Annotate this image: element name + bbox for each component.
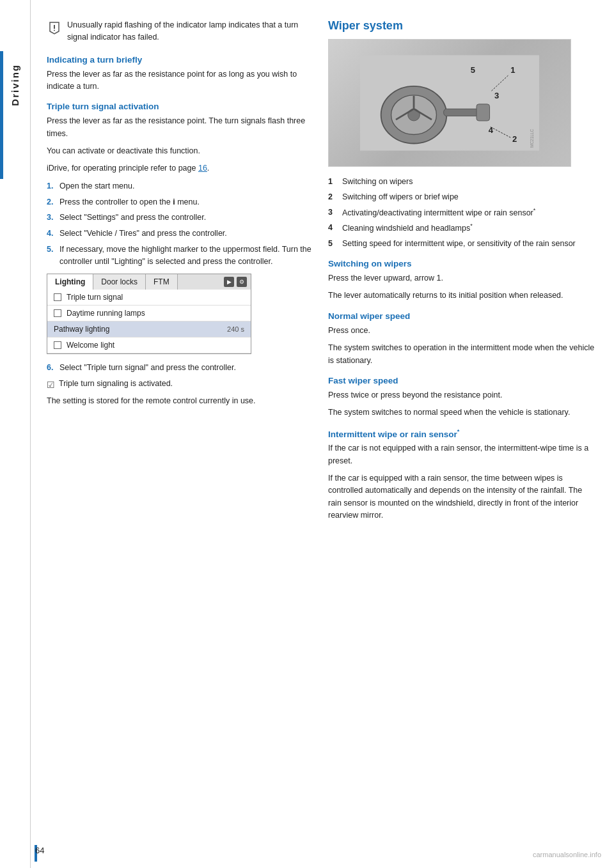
step-4: 4.Select "Vehicle / Tires" and press the… xyxy=(47,228,315,240)
footer-text: The setting is stored for the remote con… xyxy=(47,395,315,407)
sidebar: Driving xyxy=(0,0,31,868)
triple-signal-body3: iDrive, for operating principle refer to… xyxy=(47,162,315,174)
wiper-item-4: 4 Cleaning windshield and headlamps* xyxy=(328,222,597,235)
wiper-items-list: 1 Switching on wipers 2 Switching off wi… xyxy=(328,176,597,250)
svg-point-2 xyxy=(54,30,55,31)
note-text: Unusually rapid flashing of the indicato… xyxy=(67,19,315,43)
wiper-item-1-text: Switching on wipers xyxy=(342,176,413,188)
settings-row-triple: Triple turn signal xyxy=(47,290,251,306)
triple-signal-heading: Triple turn signal activation xyxy=(47,102,315,111)
wiper-diagram-svg: 1 2 3 4 5 MC21LLC xyxy=(360,52,539,154)
note-box: Unusually rapid flashing of the indicato… xyxy=(47,19,315,43)
tab-icon-gear: ⚙ xyxy=(237,277,247,287)
wiper-system-heading: Wiper system xyxy=(328,19,597,33)
sidebar-driving-label: Driving xyxy=(10,64,20,106)
wiper-item-4-text: Cleaning windshield and headlamps* xyxy=(342,222,473,235)
wiper-item-2-text: Switching off wipers or brief wipe xyxy=(342,191,459,203)
page-container: Driving Unusually rapid flashing of the … xyxy=(0,0,614,868)
tab-ftm: FTM xyxy=(146,274,178,290)
tab-lighting: Lighting xyxy=(47,274,93,290)
checkbox-triple xyxy=(54,293,61,301)
svg-text:3: 3 xyxy=(494,91,499,100)
step-5: 5.If necessary, move the highlight marke… xyxy=(47,244,315,268)
watermark: carmanualsonline.info xyxy=(533,851,601,858)
left-column: Unusually rapid flashing of the indicato… xyxy=(47,19,315,849)
indicating-turn-heading: Indicating a turn briefly xyxy=(47,55,315,65)
svg-text:1: 1 xyxy=(510,65,515,75)
tab-icon-play: ▶ xyxy=(224,277,234,287)
checkmark-icon: ☑ xyxy=(47,380,55,390)
wiper-image: 1 2 3 4 5 MC21LLC xyxy=(328,39,571,167)
wiper-item-2: 2 Switching off wipers or brief wipe xyxy=(328,191,597,203)
checkbox-daytime xyxy=(54,309,61,317)
wiper-item-1: 1 Switching on wipers xyxy=(328,176,597,188)
fast-speed-body2: The system switches to normal speed when… xyxy=(328,407,597,419)
note-icon xyxy=(47,20,62,36)
step-1: 1.Open the start menu. xyxy=(47,180,315,192)
svg-text:5: 5 xyxy=(471,65,475,75)
svg-text:2: 2 xyxy=(512,134,517,144)
label-pathway: Pathway lighting xyxy=(54,325,227,334)
checkmark-text: Triple turn signaling is activated. xyxy=(59,379,173,388)
checkbox-welcome xyxy=(54,341,61,349)
switching-on-body1: Press the lever upward, arrow 1. xyxy=(328,272,597,284)
wiper-image-inner: 1 2 3 4 5 MC21LLC xyxy=(329,40,571,166)
normal-speed-body1: Press once. xyxy=(328,325,597,337)
step-6: 6. Select "Triple turn signal" and press… xyxy=(47,362,315,374)
right-column: Wiper system xyxy=(328,19,597,849)
wiper-item-3: 3 Activating/deactivating intermittent w… xyxy=(328,206,597,219)
checkmark-line: ☑ Triple turn signaling is activated. xyxy=(47,379,315,390)
page-number: 64 xyxy=(35,846,44,855)
settings-row-welcome: Welcome light xyxy=(47,337,251,353)
settings-row-pathway: Pathway lighting 240 s xyxy=(47,322,251,337)
label-daytime: Daytime running lamps xyxy=(67,309,244,318)
svg-text:MC21LLC: MC21LLC xyxy=(530,128,534,148)
tab-door-locks: Door locks xyxy=(93,274,146,290)
switching-on-heading: Switching on wipers xyxy=(328,259,597,268)
settings-screenshot: Lighting Door locks FTM ▶ ⚙ Triple turn … xyxy=(47,274,251,354)
wiper-item-3-text: Activating/deactivating intermittent wip… xyxy=(342,206,535,219)
switching-on-body2: The lever automatically returns to its i… xyxy=(328,290,597,302)
settings-tabs: Lighting Door locks FTM ▶ ⚙ xyxy=(47,274,251,290)
fast-speed-body1: Press twice or press beyond the resistan… xyxy=(328,389,597,401)
svg-rect-10 xyxy=(444,109,480,116)
intermittent-heading: Intermittent wipe or rain sensor* xyxy=(328,428,597,439)
step-3: 3.Select "Settings" and press the contro… xyxy=(47,212,315,224)
wiper-item-5: 5 Setting speed for intermittent wipe, o… xyxy=(328,238,597,250)
settings-row-daytime: Daytime running lamps xyxy=(47,306,251,322)
main-content: Unusually rapid flashing of the indicato… xyxy=(31,0,614,868)
label-welcome: Welcome light xyxy=(67,341,244,350)
normal-speed-heading: Normal wiper speed xyxy=(328,311,597,321)
triple-signal-body1: Press the lever as far as the resistance… xyxy=(47,115,315,140)
intermittent-body2: If the car is equipped with a rain senso… xyxy=(328,472,597,522)
step-6-num: 6. xyxy=(47,362,56,374)
sidebar-blue-bar xyxy=(0,51,3,179)
indicating-turn-body: Press the lever as far as the resistance… xyxy=(47,68,315,93)
tab-icons: ▶ ⚙ xyxy=(224,277,251,287)
step-6-text: Select "Triple turn signal" and press th… xyxy=(59,362,236,374)
triple-signal-body2: You can activate or deactivate this func… xyxy=(47,145,315,157)
steps-list: 1.Open the start menu. 2.Press the contr… xyxy=(47,180,315,268)
wiper-item-5-text: Setting speed for intermittent wipe, or … xyxy=(342,238,576,250)
page-link-16[interactable]: 16 xyxy=(198,164,207,173)
svg-text:4: 4 xyxy=(489,125,494,135)
intermittent-body1: If the car is not equipped with a rain s… xyxy=(328,442,597,467)
step-2: 2.Press the controller to open the i men… xyxy=(47,196,315,208)
value-pathway: 240 s xyxy=(227,325,244,333)
normal-speed-body2: The system switches to operation in the … xyxy=(328,342,597,367)
svg-rect-11 xyxy=(476,104,490,121)
fast-speed-heading: Fast wiper speed xyxy=(328,376,597,385)
label-triple: Triple turn signal xyxy=(67,293,244,302)
